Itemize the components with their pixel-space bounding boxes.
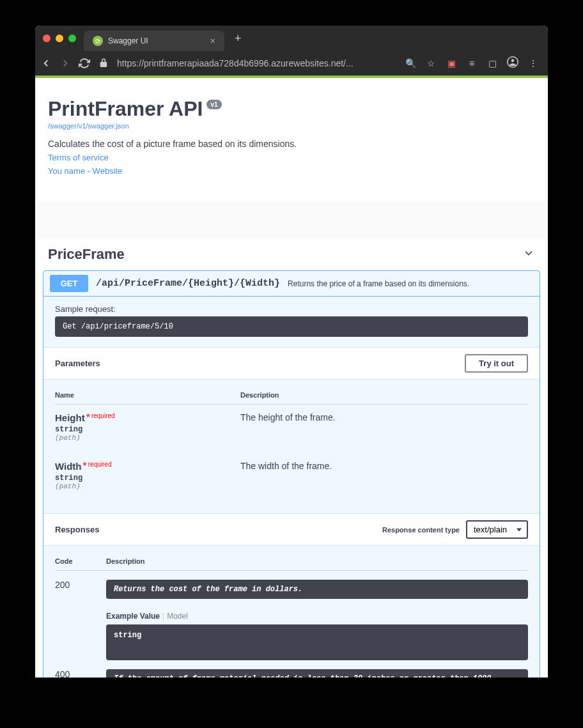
forward-button[interactable]: [59, 58, 71, 69]
response-body: If the amount of frame material needed i…: [106, 669, 528, 678]
back-button[interactable]: [40, 58, 52, 69]
api-title-text: PrintFramer API: [48, 97, 203, 121]
content-area[interactable]: PrintFramer API v1 /swagger/v1/swagger.j…: [35, 78, 548, 678]
sample-label: Sample request:: [55, 304, 528, 314]
sample-code: Get /api/priceframe/5/10: [55, 316, 528, 337]
param-name-cell: Height*required string (path): [55, 412, 240, 442]
operation-summary-text: Returns the price of a frame based on it…: [288, 279, 469, 288]
operation-path: /api/PriceFrame/{Height}/{Width}: [96, 278, 280, 289]
new-tab-button[interactable]: +: [235, 32, 242, 45]
api-description: Calculates the cost of a picture frame b…: [48, 139, 535, 149]
parameters-title: Parameters: [55, 359, 100, 368]
param-name: Height: [55, 412, 85, 423]
example-value-box: string: [106, 624, 528, 660]
param-in: (path): [55, 434, 240, 442]
url-field[interactable]: https://printframerapiaada728d4b6996.azu…: [117, 58, 397, 68]
response-code: 200: [55, 580, 106, 660]
minimize-window-button[interactable]: [56, 35, 63, 42]
required-label: required: [91, 412, 115, 419]
star-icon[interactable]: ☆: [425, 58, 437, 68]
extension-icon-3[interactable]: ▢: [486, 58, 498, 68]
parameters-header: Parameters Try it out: [43, 347, 540, 380]
operation-block: GET /api/PriceFrame/{Height}/{Width} Ret…: [43, 270, 540, 678]
method-badge: GET: [50, 275, 88, 292]
content-type-wrap: Response content type text/plain: [382, 520, 528, 539]
content-type-label: Response content type: [382, 526, 460, 534]
response-description: Returns the cost of the frame in dollars…: [106, 580, 528, 599]
responses-title: Responses: [55, 525, 99, 534]
model-tab[interactable]: Model: [167, 612, 188, 621]
response-row: 200 Returns the cost of the frame in dol…: [55, 571, 528, 660]
operation-body: Sample request: Get /api/priceframe/5/10…: [43, 296, 540, 678]
traffic-lights: [43, 35, 76, 42]
titlebar: ⟳ Swagger UI × +: [35, 26, 548, 51]
api-title: PrintFramer API v1: [48, 97, 222, 121]
browser-tab[interactable]: ⟳ Swagger UI ×: [84, 31, 224, 51]
param-name: Width: [55, 461, 82, 472]
responses-table-head: Code Description: [55, 557, 528, 571]
chevron-down-icon: [522, 247, 535, 262]
zoom-icon[interactable]: 🔍: [405, 58, 416, 68]
param-desc: The height of the frame.: [240, 412, 336, 442]
col-name-header: Name: [55, 391, 240, 399]
swagger-favicon: ⟳: [93, 36, 103, 46]
close-window-button[interactable]: [43, 35, 51, 42]
col-desc-header: Description: [106, 557, 528, 565]
extension-icon-2[interactable]: ≡: [466, 58, 478, 68]
secure-lock-icon: [98, 58, 109, 69]
required-star: *: [86, 412, 90, 423]
col-desc-header: Description: [240, 391, 528, 399]
response-row: 400 If the amount of frame material need…: [55, 660, 528, 678]
responses-table: Code Description 200 Returns the cost of…: [43, 546, 540, 678]
tab-close-icon[interactable]: ×: [210, 36, 215, 46]
response-code: 400: [55, 669, 106, 678]
operation-summary[interactable]: GET /api/PriceFrame/{Height}/{Width} Ret…: [43, 271, 540, 296]
param-row: Width*required string (path) The width o…: [55, 453, 528, 502]
toolbar-icons: 🔍 ☆ ▣ ≡ ▢ ⋮: [405, 56, 539, 70]
required-label: required: [88, 461, 112, 468]
contact-link[interactable]: You name - Website: [48, 166, 535, 176]
spec-link[interactable]: /swagger/v1/swagger.json: [48, 122, 535, 130]
content-type-select[interactable]: text/plain: [466, 520, 528, 539]
parameters-table: Name Description Height*required string …: [43, 380, 540, 513]
version-badge: v1: [206, 100, 221, 109]
profile-icon[interactable]: [507, 56, 518, 70]
section-gap: [35, 201, 548, 238]
param-in: (path): [55, 483, 240, 490]
tab-title: Swagger UI: [108, 36, 205, 45]
maximize-window-button[interactable]: [68, 35, 76, 42]
tos-link[interactable]: Terms of service: [48, 153, 535, 162]
example-value-tab[interactable]: Example Value: [106, 612, 160, 621]
tab-separator: |: [162, 612, 164, 621]
svg-point-1: [511, 59, 515, 63]
extension-icon-1[interactable]: ▣: [446, 58, 457, 68]
param-desc: The width of the frame.: [240, 461, 332, 490]
param-type: string: [55, 425, 240, 434]
sample-block: Sample request: Get /api/priceframe/5/10: [43, 297, 540, 347]
tag-header[interactable]: PriceFrame: [35, 238, 548, 270]
response-description: If the amount of frame material needed i…: [106, 669, 528, 678]
tag-name: PriceFrame: [48, 246, 125, 263]
param-type: string: [55, 474, 240, 483]
menu-icon[interactable]: ⋮: [527, 58, 539, 68]
parameters-table-head: Name Description: [55, 391, 528, 405]
browser-window: ⟳ Swagger UI × + https://printframerapia…: [35, 26, 548, 678]
address-bar: https://printframerapiaada728d4b6996.azu…: [35, 51, 548, 75]
example-tabs: Example Value|Model: [106, 612, 528, 621]
col-code-header: Code: [55, 557, 106, 565]
param-row: Height*required string (path) The height…: [55, 405, 528, 453]
api-header: PrintFramer API v1 /swagger/v1/swagger.j…: [35, 78, 548, 201]
required-star: *: [83, 461, 87, 472]
param-name-cell: Width*required string (path): [55, 461, 240, 490]
response-body: Returns the cost of the frame in dollars…: [106, 580, 528, 660]
reload-button[interactable]: [79, 58, 90, 69]
responses-header: Responses Response content type text/pla…: [43, 513, 540, 546]
try-it-out-button[interactable]: Try it out: [465, 354, 528, 373]
